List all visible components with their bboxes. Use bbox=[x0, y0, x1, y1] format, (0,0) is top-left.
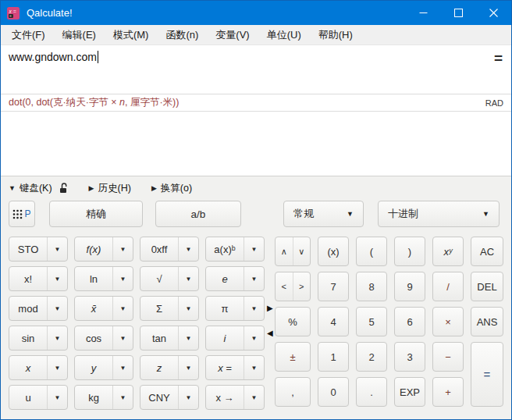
close-button[interactable] bbox=[476, 1, 511, 25]
key-factorial-dropdown[interactable]: ▼ bbox=[48, 267, 67, 290]
expand-left-icon[interactable]: ◀ bbox=[267, 329, 273, 337]
key-power[interactable]: xʸ bbox=[432, 237, 464, 266]
key-nav-horizontal[interactable]: <> bbox=[275, 272, 311, 301]
key-close-paren[interactable]: ) bbox=[394, 237, 425, 266]
key-mean-dropdown[interactable]: ▼ bbox=[113, 297, 133, 320]
key-tan[interactable]: tan▼ bbox=[140, 326, 199, 351]
key-percent[interactable]: % bbox=[275, 307, 311, 336]
key-pi[interactable]: π▼ bbox=[205, 296, 265, 321]
menu-functions[interactable]: 函数(n) bbox=[157, 25, 207, 44]
menu-edit[interactable]: 编辑(E) bbox=[54, 25, 105, 44]
key-nav-down[interactable]: ∨ bbox=[293, 237, 311, 265]
key-var-y[interactable]: y▼ bbox=[74, 355, 133, 380]
maximize-button[interactable] bbox=[441, 1, 476, 25]
key-convert-to[interactable]: x →▼ bbox=[205, 385, 265, 410]
key-sum[interactable]: Σ▼ bbox=[140, 296, 199, 321]
exact-mode-button[interactable]: 精确 bbox=[49, 201, 143, 227]
tab-conversion[interactable]: ▶ 换算(o) bbox=[151, 182, 192, 195]
key-var-z-dropdown[interactable]: ▼ bbox=[179, 356, 198, 379]
tab-keyboard[interactable]: ▼ 键盘(K) bbox=[9, 182, 52, 195]
key-power-fn-dropdown[interactable]: ▼ bbox=[244, 237, 264, 261]
key-hex[interactable]: 0xff▼ bbox=[140, 237, 199, 262]
key-digit-5[interactable]: 5 bbox=[356, 307, 387, 336]
key-var-x[interactable]: x▼ bbox=[9, 355, 68, 380]
minimize-button[interactable] bbox=[406, 1, 441, 25]
key-currency-dropdown[interactable]: ▼ bbox=[179, 386, 198, 409]
calculate-equals-button[interactable]: = bbox=[494, 50, 502, 67]
key-unit-kg-dropdown[interactable]: ▼ bbox=[113, 386, 133, 409]
key-sto[interactable]: STO▼ bbox=[9, 237, 68, 262]
key-e-dropdown[interactable]: ▼ bbox=[244, 267, 264, 290]
key-equals[interactable]: = bbox=[471, 342, 503, 407]
menu-variables[interactable]: 变量(V) bbox=[207, 25, 258, 44]
menu-mode[interactable]: 模式(M) bbox=[105, 25, 158, 44]
programming-keypad-button[interactable]: P bbox=[9, 201, 35, 227]
key-cos[interactable]: cos▼ bbox=[74, 326, 133, 351]
key-open-paren[interactable]: ( bbox=[356, 237, 387, 266]
key-unit-kg[interactable]: kg▼ bbox=[74, 385, 133, 410]
key-digit-4[interactable]: 4 bbox=[318, 307, 349, 336]
key-hex-dropdown[interactable]: ▼ bbox=[179, 237, 198, 261]
expand-right-icon[interactable]: ▶ bbox=[267, 304, 273, 312]
key-solve[interactable]: x =▼ bbox=[205, 355, 265, 380]
key-digit-2[interactable]: 2 bbox=[356, 342, 387, 372]
key-exp[interactable]: EXP bbox=[394, 377, 425, 407]
key-digit-6[interactable]: 6 bbox=[394, 307, 425, 336]
key-i[interactable]: i▼ bbox=[205, 326, 265, 351]
key-fx-dropdown[interactable]: ▼ bbox=[113, 237, 133, 261]
key-sin-dropdown[interactable]: ▼ bbox=[48, 326, 67, 350]
key-digit-3[interactable]: 3 bbox=[394, 342, 425, 372]
key-nav-right[interactable]: > bbox=[293, 272, 311, 301]
expression-input[interactable]: www.gndown.com = bbox=[1, 45, 511, 94]
history-area[interactable] bbox=[1, 112, 511, 176]
key-sum-dropdown[interactable]: ▼ bbox=[179, 297, 198, 320]
key-digit-0[interactable]: 0 bbox=[318, 377, 349, 407]
key-digit-7[interactable]: 7 bbox=[318, 272, 349, 301]
key-power-fn[interactable]: a(x)ᵇ▼ bbox=[205, 237, 265, 262]
key-i-dropdown[interactable]: ▼ bbox=[244, 326, 264, 350]
key-sin[interactable]: sin▼ bbox=[9, 326, 68, 351]
key-var-x-dropdown[interactable]: ▼ bbox=[48, 356, 67, 379]
display-mode-dropdown[interactable]: 常规 ▼ bbox=[283, 201, 364, 227]
key-plus-minus[interactable]: ± bbox=[275, 342, 311, 372]
tab-history[interactable]: ▶ 历史(H) bbox=[89, 182, 131, 195]
key-divide[interactable]: / bbox=[432, 272, 464, 301]
key-cos-dropdown[interactable]: ▼ bbox=[113, 326, 133, 350]
menu-help[interactable]: 帮助(H) bbox=[310, 25, 361, 44]
key-ln-dropdown[interactable]: ▼ bbox=[113, 267, 133, 290]
key-ans[interactable]: ANS bbox=[471, 307, 503, 336]
key-ac[interactable]: AC bbox=[471, 237, 503, 266]
key-fx[interactable]: f(x)▼ bbox=[74, 237, 133, 262]
key-smart-parens[interactable]: (x) bbox=[318, 237, 349, 266]
key-mod[interactable]: mod▼ bbox=[9, 296, 68, 321]
key-decimal-point[interactable]: . bbox=[356, 377, 387, 407]
key-nav-vertical[interactable]: ∧∨ bbox=[275, 237, 311, 266]
number-base-dropdown[interactable]: 十进制 ▼ bbox=[378, 201, 500, 227]
key-nav-left[interactable]: < bbox=[276, 272, 293, 301]
key-digit-9[interactable]: 9 bbox=[394, 272, 425, 301]
key-unit-u-dropdown[interactable]: ▼ bbox=[48, 386, 67, 409]
key-digit-1[interactable]: 1 bbox=[318, 342, 349, 372]
fraction-mode-button[interactable]: a/b bbox=[155, 201, 241, 227]
key-ln[interactable]: ln▼ bbox=[74, 266, 133, 291]
key-pi-dropdown[interactable]: ▼ bbox=[244, 297, 264, 320]
key-multiply[interactable]: × bbox=[432, 307, 464, 336]
key-var-z[interactable]: z▼ bbox=[140, 355, 199, 380]
key-convert-to-dropdown[interactable]: ▼ bbox=[244, 386, 264, 409]
key-e[interactable]: e▼ bbox=[205, 266, 265, 291]
key-digit-8[interactable]: 8 bbox=[356, 272, 387, 301]
key-sto-dropdown[interactable]: ▼ bbox=[48, 237, 67, 261]
key-nav-up[interactable]: ∧ bbox=[276, 237, 293, 265]
key-factorial[interactable]: x!▼ bbox=[9, 266, 68, 291]
key-minus[interactable]: − bbox=[432, 342, 464, 372]
key-comma[interactable]: , bbox=[275, 377, 311, 407]
keyboard-lock-toggle[interactable] bbox=[59, 183, 69, 194]
key-currency[interactable]: CNY▼ bbox=[140, 385, 199, 410]
key-plus[interactable]: + bbox=[432, 377, 464, 407]
key-del[interactable]: DEL bbox=[471, 272, 503, 301]
key-solve-dropdown[interactable]: ▼ bbox=[244, 356, 264, 379]
key-sqrt[interactable]: √▼ bbox=[140, 266, 199, 291]
key-sqrt-dropdown[interactable]: ▼ bbox=[179, 267, 198, 290]
key-var-y-dropdown[interactable]: ▼ bbox=[113, 356, 133, 379]
key-tan-dropdown[interactable]: ▼ bbox=[179, 326, 198, 350]
